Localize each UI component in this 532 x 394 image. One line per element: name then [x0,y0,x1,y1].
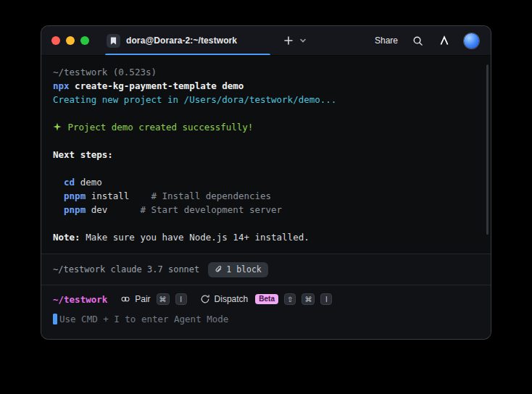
terminal-text-segment: Note: [53,232,80,243]
terminal-text-segment [53,204,64,215]
command-input-line[interactable]: Use CMD + I to enter Agent Mode [53,314,479,324]
terminal-text-segment: npx [53,80,70,91]
terminal-text-segment: ~/testwork (0.523s) [53,67,157,77]
terminal-line [53,106,479,120]
terminal-text-segment: pnpm [64,204,86,215]
terminal-text-segment: Next steps: [53,149,113,160]
new-tab-button[interactable] [282,34,295,47]
active-tab-indicator [105,54,270,56]
terminal-text-segment: Make sure you have Node.js 14+ installed… [80,232,309,243]
key-cmd: ⌘ [302,293,315,305]
terminal-text-segment [53,177,64,188]
key-i: I [175,293,187,305]
terminal-line: Creating new project in /Users/dora/test… [53,93,479,106]
terminal-line: ~/testwork (0.523s) [53,65,479,79]
dispatch-label: Dispatch [215,294,249,304]
key-shift: ⇧ [284,293,296,305]
search-icon[interactable] [411,34,425,48]
block-badge-label: 1 block [226,264,261,274]
pair-button[interactable]: Pair ⌘ I [120,293,186,305]
terminal-line: Note: Make sure you have Node.js 14+ ins… [53,230,479,244]
terminal-line [53,134,479,148]
pair-icon [120,294,130,304]
terminal-line: Project demo created successfully! [53,120,479,134]
key-cmd: ⌘ [157,293,170,305]
beta-badge: Beta [255,294,278,304]
terminal-text-segment: dev [86,204,107,215]
close-window-button[interactable] [51,36,60,45]
terminal-line: Next steps: [53,148,479,162]
terminal-window: dora@Dorara-2:~/testwork Share ~/testwor… [41,26,491,339]
tab-bar: dora@Dorara-2:~/testwork Share [41,26,491,56]
terminal-line: cd demo [53,175,479,189]
tab-bar-right: Share [375,33,482,49]
command-input-area[interactable]: ~/testwork Pair ⌘ I Dispatch Beta ⇧ ⌘ I … [41,285,491,339]
terminal-text-segment: pnpm [64,190,86,201]
window-controls [51,36,89,45]
terminal-text-segment: # Start development server [107,204,282,215]
dispatch-icon [200,294,210,304]
prompt-path: ~/testwork [53,294,107,305]
attached-blocks-badge[interactable]: 1 block [208,262,267,277]
tab-title: dora@Dorara-2:~/testwork [126,35,237,46]
terminal-line: pnpm dev # Start development server [53,203,479,217]
minimize-window-button[interactable] [66,36,75,45]
status-context: ~/testwork claude 3.7 sonnet [53,264,199,274]
dispatch-button[interactable]: Dispatch Beta ⇧ ⌘ I [200,293,333,305]
terminal-text-segment: Creating new project in /Users/dora/test… [53,94,336,105]
terminal-text-segment: # Install dependencies [129,190,271,201]
terminal-output: ~/testwork (0.523s)npx create-kg-payment… [41,56,491,253]
text-cursor [53,314,57,324]
share-button[interactable]: Share [375,35,398,46]
input-placeholder: Use CMD + I to enter Agent Mode [59,314,228,324]
tab-list-chevron-icon[interactable] [298,35,308,46]
terminal-text-segment: install [86,190,129,201]
scrollbar-thumb[interactable] [486,64,489,235]
terminal-line: pnpm install # Install dependencies [53,189,479,203]
avatar[interactable] [464,33,479,49]
terminal-text-segment [53,190,64,201]
paperclip-icon [215,265,223,274]
terminal-line [53,217,479,230]
tab-bookmark-icon [107,34,120,48]
terminal-text-segment: Project demo created successfully! [62,122,253,133]
terminal-text-segment: create-kg-payment-template demo [70,80,244,91]
zoom-window-button[interactable] [80,36,89,45]
input-toolbar: ~/testwork Pair ⌘ I Dispatch Beta ⇧ ⌘ I [53,293,479,305]
terminal-text-segment: demo [75,177,102,188]
terminal-tab[interactable]: dora@Dorara-2:~/testwork [105,26,270,55]
terminal-line [53,162,479,175]
key-i: I [320,293,332,305]
status-bar: ~/testwork claude 3.7 sonnet 1 block [41,253,491,285]
sparkle-icon [53,122,62,133]
pair-label: Pair [135,294,150,304]
terminal-line: npx create-kg-payment-template demo [53,79,479,93]
app-logo-icon[interactable] [438,34,451,47]
terminal-text-segment: cd [64,177,75,188]
